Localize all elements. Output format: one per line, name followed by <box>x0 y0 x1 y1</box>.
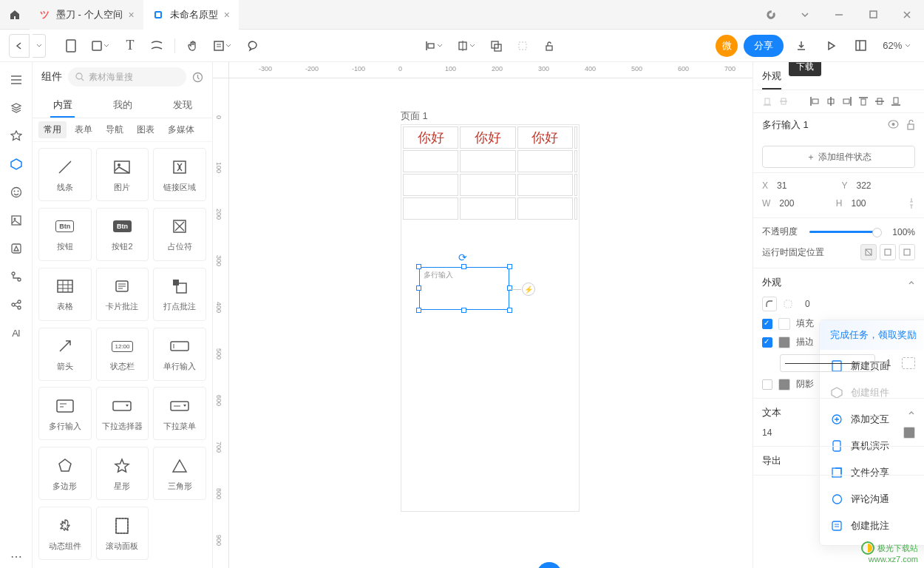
rail-share-nodes[interactable] <box>4 293 28 317</box>
export-section[interactable]: 导出 <box>762 454 915 467</box>
align-buttons-1[interactable] <box>762 96 789 106</box>
cat-form[interactable]: 表单 <box>69 121 98 138</box>
close-button[interactable] <box>890 0 924 30</box>
layout-button[interactable] <box>849 34 872 58</box>
download-button[interactable] <box>789 34 813 58</box>
comp-table[interactable]: 表格 <box>38 268 92 321</box>
add-state-button[interactable]: ＋ 添加组件状态 <box>762 146 915 168</box>
back-button[interactable] <box>9 34 30 58</box>
rail-components[interactable] <box>4 152 28 176</box>
rail-emoji[interactable] <box>4 180 28 204</box>
comp-dot[interactable]: 打点批注 <box>153 268 206 321</box>
pen-tool[interactable] <box>145 34 169 58</box>
pin-bottom[interactable] <box>899 244 915 260</box>
text-tool[interactable]: T <box>118 34 142 58</box>
rail-layers[interactable] <box>4 96 28 120</box>
comp-statusbar[interactable]: 12:00状态栏 <box>96 328 149 381</box>
comp-line[interactable]: 线条 <box>38 148 92 201</box>
interaction-icon[interactable]: ⚡ <box>522 283 535 296</box>
rp-tab-appearance[interactable]: 外观 <box>762 62 781 89</box>
link-wh-icon[interactable] <box>908 197 915 210</box>
tab-mine[interactable]: 我的 <box>92 92 152 118</box>
tab-discover[interactable]: 发现 <box>152 92 212 118</box>
comp-menu[interactable]: 下拉菜单 <box>153 387 206 440</box>
page-tool[interactable] <box>59 34 83 58</box>
align-buttons-2[interactable] <box>809 96 901 106</box>
comment-tool[interactable] <box>240 34 264 58</box>
rect-tool[interactable] <box>86 34 115 58</box>
comp-card[interactable]: 卡片批注 <box>96 268 149 321</box>
align-left-tool[interactable] <box>419 34 449 58</box>
cat-common[interactable]: 常用 <box>38 121 67 138</box>
hand-tool[interactable] <box>181 34 205 58</box>
note-tool[interactable] <box>208 34 237 58</box>
appearance-section[interactable]: 外观 <box>762 276 915 289</box>
comp-link[interactable]: 链接区域 <box>153 148 206 201</box>
comp-button[interactable]: Btn按钮 <box>38 208 92 261</box>
rail-outline[interactable] <box>4 68 28 92</box>
pin-none[interactable] <box>860 244 877 260</box>
comp-input[interactable]: 单行输入 <box>153 328 206 381</box>
union-tool[interactable] <box>484 34 508 58</box>
wei-button[interactable]: 微 <box>716 35 738 57</box>
page-label[interactable]: 页面 1 <box>401 109 428 123</box>
comp-scroll[interactable]: 滚动面板 <box>96 507 149 560</box>
comp-button2[interactable]: Btn按钮2 <box>96 208 149 261</box>
comp-placeholder[interactable]: 占位符 <box>153 208 206 261</box>
fill-checkbox[interactable] <box>762 319 772 329</box>
resize-handle[interactable] <box>461 264 466 269</box>
dropdown-button[interactable] <box>788 0 822 30</box>
close-icon[interactable]: × <box>129 9 135 21</box>
stroke-checkbox[interactable] <box>762 337 772 348</box>
comp-textarea[interactable]: 多行输入 <box>38 387 92 440</box>
artboard[interactable]: 你好你好你好 <box>401 124 580 512</box>
pin-top[interactable] <box>880 244 896 260</box>
resize-handle[interactable] <box>461 308 466 313</box>
rail-more[interactable]: ⋯ <box>4 544 28 568</box>
cat-media[interactable]: 多媒体 <box>163 121 200 138</box>
cat-nav[interactable]: 导航 <box>101 121 129 138</box>
zoom-display[interactable]: 62% <box>878 40 915 51</box>
selected-textarea[interactable]: ⟳ 多行输入 <box>419 267 509 310</box>
radius-input[interactable]: 0 <box>805 299 915 309</box>
w-input[interactable]: 200 <box>779 198 830 209</box>
rotate-icon[interactable]: ⟳ <box>458 251 467 263</box>
h-input[interactable]: 100 <box>852 198 903 209</box>
fill-color[interactable] <box>778 318 790 330</box>
rail-flow[interactable] <box>4 265 28 288</box>
play-button[interactable] <box>819 34 843 58</box>
tab-prototype[interactable]: 未命名原型 × <box>143 0 239 30</box>
lock-icon[interactable] <box>906 120 915 130</box>
rail-ai[interactable]: AI <box>4 321 28 345</box>
stroke-style[interactable] <box>780 354 875 372</box>
shadow-color[interactable] <box>778 379 790 390</box>
home-button[interactable] <box>0 0 30 30</box>
back-dropdown[interactable] <box>33 34 46 58</box>
comp-triangle[interactable]: 三角形 <box>153 447 206 500</box>
stroke-color[interactable] <box>778 337 790 348</box>
unlock-tool[interactable] <box>537 34 561 58</box>
resize-handle[interactable] <box>416 285 421 291</box>
close-icon[interactable]: × <box>224 9 230 21</box>
comp-polygon[interactable]: 多边形 <box>38 447 92 500</box>
shadow-checkbox[interactable] <box>762 379 772 390</box>
resize-handle[interactable] <box>507 308 512 313</box>
canvas[interactable]: -300-200-1000100200300400500600700 01002… <box>213 62 753 568</box>
maximize-button[interactable] <box>856 0 890 30</box>
rail-images[interactable] <box>4 209 28 232</box>
y-input[interactable]: 322 <box>857 180 915 191</box>
share-button[interactable]: 分享 <box>744 35 784 57</box>
resize-handle[interactable] <box>416 308 421 313</box>
text-section[interactable]: 文本 <box>762 406 915 419</box>
font-size[interactable]: 14 <box>762 427 897 438</box>
search-input[interactable]: 素材海量搜 <box>68 67 186 87</box>
cat-chart[interactable]: 图表 <box>132 121 160 138</box>
stroke-pos-icon[interactable] <box>902 357 915 369</box>
resize-handle[interactable] <box>507 264 512 269</box>
opacity-value[interactable]: 100% <box>892 227 915 237</box>
stroke-width[interactable]: 1 <box>881 358 896 368</box>
resize-handle[interactable] <box>416 264 421 269</box>
minimize-button[interactable] <box>822 0 856 30</box>
comp-image[interactable]: 图片 <box>96 148 149 201</box>
tab-builtin[interactable]: 内置 <box>33 92 92 118</box>
